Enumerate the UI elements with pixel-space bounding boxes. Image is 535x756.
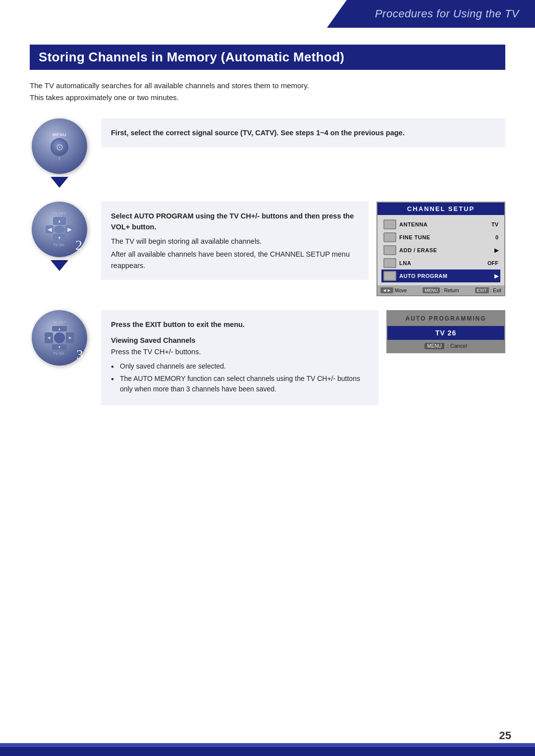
bullet-item: Only saved channels are selected. bbox=[111, 361, 369, 372]
menu-row-value: ▶ bbox=[494, 273, 498, 279]
auto-programming-title: AUTO PROGRAMMING bbox=[387, 311, 504, 326]
viewing-heading: Viewing Saved Channels bbox=[111, 336, 196, 344]
step-2-remote: TV CH + ▲ ◀ ▶ ▼ TV bbox=[32, 202, 87, 257]
menu-row: AUTO PROGRAM▶ bbox=[381, 270, 500, 282]
auto-programming-panel: AUTO PROGRAMMING TV 26 MENU : Cancel bbox=[386, 310, 505, 353]
step3-left: ◀ bbox=[45, 332, 53, 343]
step3-bot-label: TV CH - bbox=[53, 352, 65, 355]
menu-row-icon-inner bbox=[384, 246, 395, 254]
viewing-title: Viewing Saved Channels bbox=[111, 335, 369, 346]
intro-text: The TV automatically searches for all av… bbox=[30, 80, 505, 104]
step-3: TV CH + ▲ ◀ ▶ ▼ TV CH - 3 Press the EXIT… bbox=[30, 310, 505, 405]
step-2-body2: After all available channels have been s… bbox=[111, 249, 359, 271]
main-content: Storing Channels in Memory (Automatic Me… bbox=[30, 45, 505, 419]
step-2-graphic: TV CH + ▲ ◀ ▶ ▼ TV bbox=[30, 202, 89, 271]
menu-row-label: ANTENNA bbox=[399, 221, 488, 227]
step-2: TV CH + ▲ ◀ ▶ ▼ TV bbox=[30, 202, 505, 296]
step-2-number: 2 bbox=[75, 237, 82, 253]
dpad-left: ◀ bbox=[46, 225, 54, 233]
return-label: Return bbox=[444, 288, 459, 293]
step3-up: ▲ bbox=[52, 326, 67, 331]
menu-button-label: MENU bbox=[53, 132, 67, 137]
menu-row-label: AUTO PROGRAM bbox=[399, 273, 491, 279]
cancel-label: Cancel bbox=[450, 343, 467, 349]
auto-programming-channel: TV 26 bbox=[387, 326, 504, 340]
menu-row-label: LNA bbox=[399, 260, 484, 266]
step-3-content: Press the EXIT button to exit the menu. … bbox=[101, 310, 378, 405]
menu-row-value: TV bbox=[491, 221, 498, 227]
step3-mid: ◀ ▶ bbox=[45, 332, 74, 343]
channel-setup-footer: ◄► Move MENU : Return EXIT : Exit bbox=[377, 285, 504, 295]
menu-row: LNAOFF bbox=[381, 257, 500, 270]
dpad-center bbox=[54, 225, 65, 233]
dpad-right: ▶ bbox=[65, 225, 73, 233]
tvch-plus-label: TV CH + bbox=[53, 212, 66, 216]
menu-row-value: 0 bbox=[495, 234, 498, 240]
step-3-remote: TV CH + ▲ ◀ ▶ ▼ TV CH - 3 bbox=[32, 310, 87, 366]
step-1-arrow bbox=[51, 177, 68, 188]
step-1-number: 1 bbox=[58, 157, 60, 161]
step-2-body1: The TV will begin storing all available … bbox=[111, 236, 359, 247]
footer-move: ◄► Move bbox=[380, 287, 407, 293]
move-key-badge: ◄► bbox=[380, 287, 393, 293]
menu-row-label: FINE TUNE bbox=[399, 234, 492, 240]
footer-exit: EXIT : Exit bbox=[475, 287, 501, 293]
dpad-down: ▼ bbox=[53, 234, 66, 242]
step3-down: ▼ bbox=[52, 344, 67, 350]
channel-setup-panel: CHANNEL SETUP ANTENNATVFINE TUNE0ADD / E… bbox=[376, 202, 505, 296]
menu-row-icon bbox=[383, 232, 396, 242]
step-2-content: Select AUTO PROGRAM using the TV CH+/- b… bbox=[101, 202, 369, 280]
menu-row-icon-inner bbox=[384, 259, 395, 267]
step3-dpad: TV CH + ▲ ◀ ▶ ▼ TV CH - bbox=[45, 321, 74, 355]
menu-row-icon bbox=[383, 258, 396, 268]
step-3-graphic: TV CH + ▲ ◀ ▶ ▼ TV CH - 3 bbox=[30, 310, 89, 366]
step-1-content: First, select the correct signal source … bbox=[101, 118, 505, 147]
step-2-right: Select AUTO PROGRAM using the TV CH+/- b… bbox=[101, 202, 505, 296]
dpad-mid-row: ◀ ▶ bbox=[46, 225, 73, 233]
menu-row-icon-inner bbox=[384, 220, 395, 228]
return-key-badge: MENU bbox=[423, 287, 440, 293]
intro-line1: The TV automatically searches for all av… bbox=[30, 80, 505, 92]
channel-setup-body: ANTENNATVFINE TUNE0ADD / ERASE▶LNAOFFAUT… bbox=[377, 215, 504, 285]
intro-line2: This takes approximately one or two minu… bbox=[30, 92, 505, 104]
section-heading: Storing Channels in Memory (Automatic Me… bbox=[39, 50, 496, 65]
step3-center bbox=[54, 332, 65, 343]
bottom-stripe bbox=[0, 747, 535, 756]
dpad-bot-row: ▼ bbox=[53, 234, 66, 242]
menu-row-icon bbox=[383, 271, 396, 281]
step3-right: ▶ bbox=[66, 332, 74, 343]
exit-key-badge: EXIT bbox=[475, 287, 489, 293]
bottom-stripe2 bbox=[0, 743, 535, 747]
menu-row: ANTENNATV bbox=[381, 218, 500, 231]
step-1: MENU ⊙ 1 First, select the correct signa… bbox=[30, 118, 505, 188]
menu-row-value: OFF bbox=[487, 260, 498, 266]
tvch-minus-label: TV CH - bbox=[53, 243, 65, 247]
menu-row: FINE TUNE0 bbox=[381, 231, 500, 244]
step-1-graphic: MENU ⊙ 1 bbox=[30, 118, 89, 188]
bullet-item: The AUTO MEMORY function can select chan… bbox=[111, 374, 369, 394]
menu-row: ADD / ERASE▶ bbox=[381, 244, 500, 257]
dpad-top-row: ▲ bbox=[53, 217, 66, 225]
section-title: Storing Channels in Memory (Automatic Me… bbox=[30, 45, 505, 70]
step-3-number: 3 bbox=[76, 347, 83, 363]
header-bar: Procedures for Using the TV bbox=[327, 0, 535, 28]
menu-row-icon-inner bbox=[384, 272, 395, 280]
menu-row-icon bbox=[383, 245, 396, 255]
bullet-list: Only saved channels are selected.The AUT… bbox=[111, 361, 369, 394]
move-label: Move bbox=[395, 288, 407, 293]
menu-row-icon-inner bbox=[384, 233, 395, 241]
viewing-body: Press the TV CH+/- buttons. bbox=[111, 346, 369, 357]
cancel-key-badge: MENU bbox=[425, 343, 444, 349]
menu-row-label: ADD / ERASE bbox=[399, 247, 491, 253]
auto-programming-cancel: MENU : Cancel bbox=[387, 340, 504, 352]
step-2-arrow bbox=[51, 260, 68, 271]
header-title: Procedures for Using the TV bbox=[375, 7, 519, 20]
dpad-up: ▲ bbox=[53, 217, 66, 225]
step-2-bold: Select AUTO PROGRAM using the TV CH+/- b… bbox=[111, 212, 354, 231]
step-1-instruction: First, select the correct signal source … bbox=[111, 129, 405, 137]
step-3-bold: Press the EXIT button to exit the menu. bbox=[111, 321, 245, 328]
menu-row-value: ▶ bbox=[494, 247, 498, 254]
dpad: ▲ ◀ ▶ ▼ bbox=[46, 217, 73, 242]
step3-top-label: TV CH + bbox=[53, 321, 66, 324]
channel-setup-title: CHANNEL SETUP bbox=[377, 203, 504, 215]
